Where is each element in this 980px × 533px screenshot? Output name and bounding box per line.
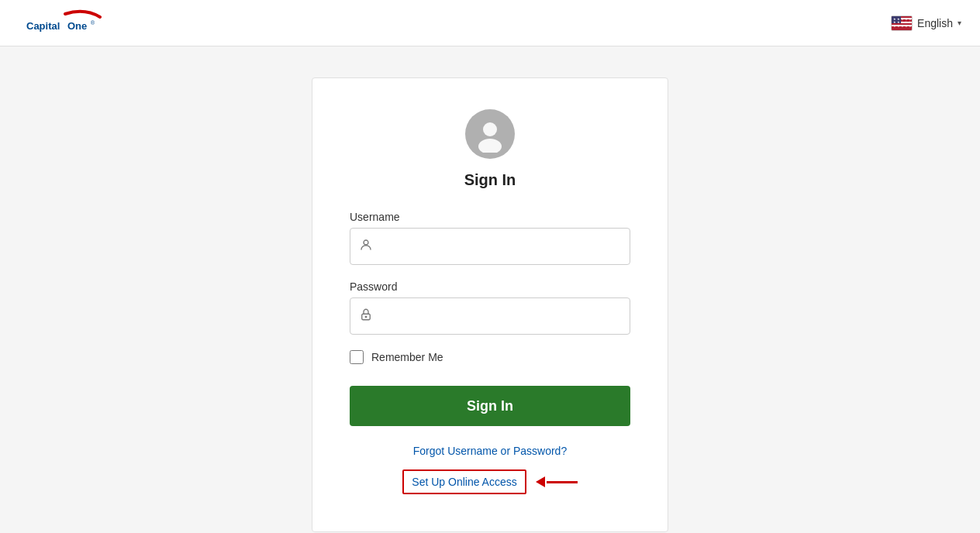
language-selector[interactable]: ★★★★★★★★★★★★★★★ English ▾ (891, 15, 961, 31)
site-header: Capital One ® ★★★★★★★★★★★★★★★ English ▾ (0, 0, 980, 46)
arrow-shaft (547, 481, 578, 483)
password-label: Password (350, 280, 630, 293)
flag-icon: ★★★★★★★★★★★★★★★ (891, 15, 913, 31)
capital-one-logo: Capital One ® (19, 8, 119, 39)
sign-in-button[interactable]: Sign In (350, 386, 630, 426)
svg-text:Capital: Capital (26, 20, 60, 32)
user-icon (359, 238, 373, 255)
arrow-indicator (536, 476, 578, 487)
main-content: Sign In Username Password (0, 46, 980, 533)
username-label: Username (350, 211, 630, 223)
language-chevron: ▾ (958, 19, 961, 27)
login-card: Sign In Username Password (312, 77, 668, 532)
avatar (465, 109, 515, 159)
username-group: Username (350, 211, 630, 265)
password-input-wrapper (350, 297, 630, 335)
remember-me-row: Remember Me (350, 350, 630, 364)
remember-me-label[interactable]: Remember Me (371, 351, 443, 363)
svg-text:One: One (67, 20, 87, 32)
svg-point-5 (364, 240, 368, 245)
avatar-icon (471, 115, 509, 153)
password-input[interactable] (350, 297, 630, 335)
svg-point-7 (365, 316, 367, 318)
remember-me-checkbox[interactable] (350, 350, 364, 364)
sign-in-title: Sign In (464, 171, 516, 189)
username-input-wrapper (350, 228, 630, 265)
svg-point-3 (483, 122, 497, 136)
logo-area: Capital One ® (19, 8, 119, 39)
svg-point-4 (478, 139, 502, 153)
password-group: Password (350, 280, 630, 335)
forgot-credentials-link[interactable]: Forgot Username or Password? (413, 445, 567, 457)
setup-access-wrapper: Set Up Online Access (402, 469, 577, 494)
arrow-head (536, 476, 545, 487)
language-label: English (917, 17, 953, 29)
lock-icon (359, 308, 373, 325)
setup-online-access-link[interactable]: Set Up Online Access (402, 469, 526, 494)
username-input[interactable] (350, 228, 630, 265)
svg-text:®: ® (91, 20, 95, 26)
